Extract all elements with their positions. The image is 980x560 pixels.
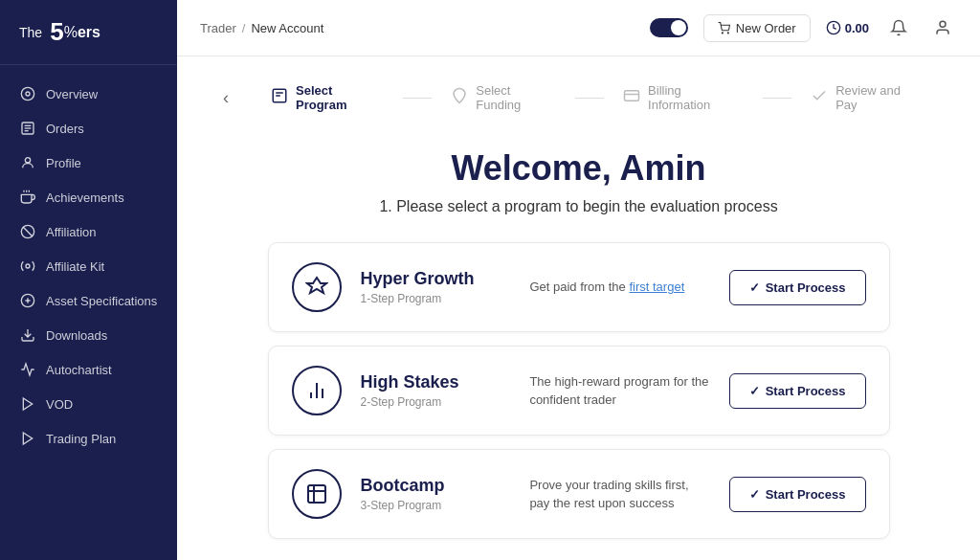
new-order-label: New Order — [736, 21, 796, 35]
achievements-icon — [19, 189, 36, 206]
program-card-high-stakes: High Stakes 2-Step Program The high-rewa… — [268, 346, 890, 436]
notification-button[interactable] — [884, 13, 913, 42]
start-process-hyper-growth[interactable]: ✓ Start Process — [729, 270, 866, 305]
svg-point-19 — [722, 32, 723, 33]
svg-marker-18 — [23, 433, 32, 444]
bootcamp-steps: 3-Step Program — [361, 499, 511, 512]
sidebar-item-asset-spec[interactable]: Asset Specifications — [0, 283, 177, 318]
bootcamp-icon — [292, 469, 342, 519]
step-funding-icon — [451, 87, 468, 108]
profile-icon — [19, 154, 36, 171]
sidebar-item-overview[interactable]: Overview — [0, 77, 177, 111]
svg-point-0 — [21, 87, 33, 100]
high-stakes-info: High Stakes 2-Step Program — [361, 372, 511, 409]
overview-icon — [19, 85, 36, 102]
high-stakes-desc: The high-reward program for the confiden… — [529, 372, 709, 410]
sidebar-label-asset-spec: Asset Specifications — [46, 294, 157, 308]
hyper-growth-steps: 1-Step Program — [361, 292, 511, 305]
back-button[interactable]: ‹ — [215, 84, 236, 112]
hyper-growth-name: Hyper Growth — [361, 269, 511, 289]
sidebar-label-achievements: Achievements — [46, 190, 124, 205]
sidebar-label-profile: Profile — [46, 156, 81, 170]
sidebar-item-downloads[interactable]: Downloads — [0, 318, 177, 352]
logo: The 5%ers — [0, 0, 177, 65]
svg-point-6 — [25, 158, 30, 163]
topbar: Trader / New Account New Order 0.00 — [177, 0, 980, 56]
page-content: ‹ Select Program Select Funding Billing — [177, 56, 980, 560]
user-icon — [934, 19, 951, 36]
sidebar-label-downloads: Downloads — [46, 328, 107, 343]
sidebar-label-orders: Orders — [46, 122, 84, 136]
logo-num: 5 — [50, 17, 63, 47]
step-review-icon — [811, 87, 828, 108]
high-stakes-name: High Stakes — [361, 372, 511, 392]
program-card-hyper-growth: Hyper Growth 1-Step Program Get paid fro… — [268, 242, 890, 332]
hyper-growth-info: Hyper Growth 1-Step Program — [361, 269, 511, 305]
sidebar-label-autochartist: Autochartist — [46, 363, 112, 377]
trading-plan-icon — [19, 430, 36, 447]
asset-spec-icon — [19, 292, 36, 309]
breadcrumb-separator: / — [242, 21, 246, 35]
sidebar-item-affiliation[interactable]: Affiliation — [0, 214, 177, 249]
new-order-button[interactable]: New Order — [703, 14, 811, 42]
svg-line-11 — [23, 227, 32, 235]
sidebar-label-overview: Overview — [46, 87, 98, 101]
step-select-funding: Select Funding — [432, 76, 575, 120]
bell-icon — [890, 19, 907, 36]
checkmark-icon: ✓ — [749, 280, 760, 295]
step-review: Review and Pay — [791, 76, 942, 120]
step-divider-1 — [403, 98, 432, 99]
affiliation-icon — [19, 223, 36, 240]
sidebar-item-autochartist[interactable]: Autochartist — [0, 352, 177, 387]
sidebar-item-orders[interactable]: Orders — [0, 111, 177, 146]
step-select-program: Select Program — [252, 76, 403, 120]
step-program-label: Select Program — [296, 83, 384, 112]
user-menu-button[interactable] — [928, 13, 957, 42]
hyper-growth-desc-highlight: first target — [629, 280, 684, 294]
sidebar-item-affiliate-kit[interactable]: Affiliate Kit — [0, 249, 177, 283]
svg-marker-17 — [23, 398, 32, 410]
sidebar-label-affiliation: Affiliation — [46, 225, 97, 239]
sidebar-item-vod[interactable]: VOD — [0, 387, 177, 421]
checkmark-icon-3: ✓ — [749, 487, 760, 502]
affiliate-kit-icon — [19, 258, 36, 275]
theme-toggle[interactable] — [650, 18, 688, 37]
welcome-subtitle: 1. Please select a program to begin the … — [215, 198, 942, 215]
high-stakes-steps: 2-Step Program — [361, 395, 511, 409]
balance-display: 0.00 — [826, 20, 869, 35]
cart-icon — [718, 22, 730, 34]
sidebar-item-trading-plan[interactable]: Trading Plan — [0, 421, 177, 456]
steps-navigation: ‹ Select Program Select Funding Billing — [215, 76, 942, 120]
balance-amount: 0.00 — [845, 21, 869, 35]
checkmark-icon-2: ✓ — [749, 384, 760, 398]
sidebar: The 5%ers Overview Orders Profile Achi — [0, 0, 177, 560]
sidebar-label-vod: VOD — [46, 397, 73, 412]
bootcamp-info: Bootcamp 3-Step Program — [361, 476, 511, 512]
svg-point-22 — [940, 21, 946, 27]
logo-ers: ers — [78, 24, 100, 41]
logo-percent: % — [64, 24, 78, 41]
sidebar-label-trading-plan: Trading Plan — [46, 432, 116, 446]
bootcamp-name: Bootcamp — [361, 476, 511, 496]
logo-the: The — [19, 25, 42, 40]
sidebar-item-achievements[interactable]: Achievements — [0, 180, 177, 214]
downloads-icon — [19, 326, 36, 344]
hyper-growth-icon — [292, 262, 342, 312]
autochartist-icon — [19, 361, 36, 378]
start-process-high-stakes[interactable]: ✓ Start Process — [729, 373, 866, 409]
sidebar-nav: Overview Orders Profile Achievements Aff… — [0, 65, 177, 560]
welcome-section: Welcome, Amin 1. Please select a program… — [215, 148, 942, 215]
sidebar-item-profile[interactable]: Profile — [0, 146, 177, 180]
step-divider-3 — [763, 98, 791, 99]
step-review-label: Review and Pay — [835, 83, 923, 112]
breadcrumb: Trader / New Account — [200, 21, 323, 35]
topbar-actions: New Order 0.00 — [650, 13, 957, 42]
step-program-icon — [271, 87, 288, 108]
svg-rect-26 — [625, 91, 639, 101]
start-process-bootcamp[interactable]: ✓ Start Process — [729, 477, 866, 512]
step-billing-label: Billing Information — [648, 83, 744, 112]
high-stakes-icon — [292, 366, 342, 415]
step-funding-label: Select Funding — [476, 83, 556, 112]
balance-icon — [826, 20, 841, 35]
svg-point-1 — [26, 92, 30, 96]
